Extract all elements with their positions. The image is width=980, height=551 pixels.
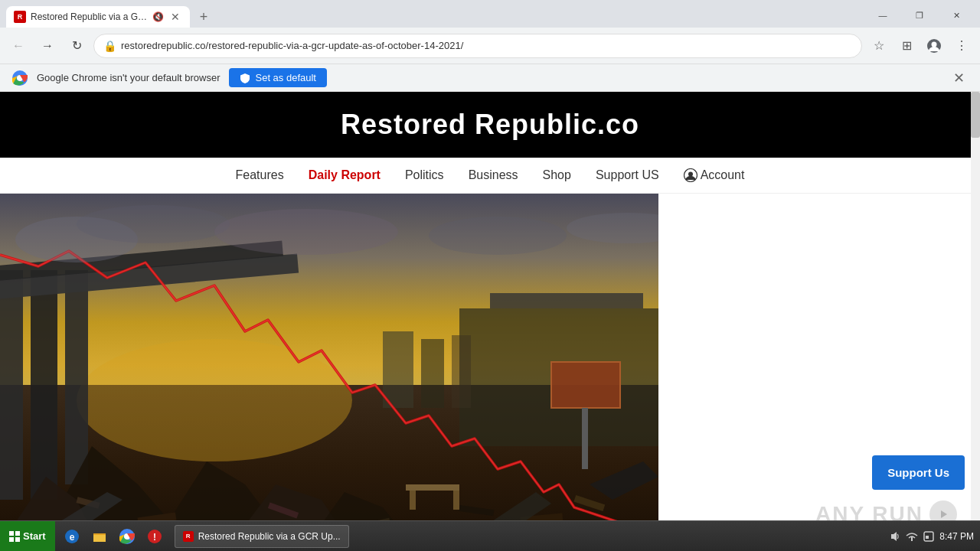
scene-svg <box>0 194 658 520</box>
taskbar-action-center-icon[interactable] <box>923 530 935 543</box>
taskbar-active-app[interactable]: R Restored Republic via a GCR Up... <box>175 525 349 548</box>
taskbar-system-tray: 8:47 PM <box>889 530 980 543</box>
svg-point-1 <box>932 41 937 47</box>
taskbar-ie-icon[interactable]: e <box>60 524 84 549</box>
nav-shop[interactable]: Shop <box>543 168 571 182</box>
svg-rect-27 <box>406 484 459 491</box>
svg-rect-28 <box>410 491 416 510</box>
address-bar: ← → ↻ 🔒 restoredrepublic.co/restored-rep… <box>0 28 980 64</box>
svg-rect-9 <box>0 270 23 500</box>
title-bar: R Restored Republic via a GCR Up... 🔇 ✕ … <box>0 0 980 28</box>
taskbar-chrome-icon[interactable] <box>115 524 139 549</box>
svg-rect-50 <box>15 537 20 542</box>
taskbar-clock[interactable]: 8:47 PM <box>939 531 974 542</box>
tab-close-button[interactable]: ✕ <box>168 10 182 24</box>
taskbar-time-display: 8:47 PM <box>939 531 974 542</box>
profile-button[interactable] <box>922 34 946 58</box>
taskbar-security-icon[interactable]: ! <box>142 524 167 549</box>
nav-politics[interactable]: Politics <box>405 168 444 182</box>
support-us-button[interactable]: Support Us <box>872 455 965 490</box>
ssl-lock-icon: 🔒 <box>103 40 116 52</box>
site-navigation: Features Daily Report Politics Business … <box>0 158 980 194</box>
taskbar: Start e <box>0 520 980 551</box>
new-tab-button[interactable]: + <box>193 6 214 28</box>
notification-close-button[interactable]: ✕ <box>949 69 968 87</box>
main-content <box>0 194 980 520</box>
window-controls: — ❐ ✕ <box>865 6 974 28</box>
svg-rect-49 <box>9 537 14 542</box>
account-icon <box>684 168 697 182</box>
url-text: restoredrepublic.co/restored-republic-vi… <box>121 40 852 51</box>
tab-audio-icon[interactable]: 🔇 <box>152 11 164 22</box>
taskbar-app-title: Restored Republic via a GCR Up... <box>198 531 341 542</box>
site-title: Restored Republic.co <box>0 109 980 141</box>
chrome-logo <box>12 70 28 86</box>
taskbar-app-favicon: R <box>183 531 194 542</box>
notification-bar: Google Chrome isn't your default browser… <box>0 64 980 92</box>
windows-icon <box>9 531 20 542</box>
nav-business[interactable]: Business <box>469 168 518 182</box>
page-scrollbar[interactable] <box>971 92 980 520</box>
refresh-button[interactable]: ↻ <box>64 34 89 58</box>
tab-favicon: R <box>14 11 26 23</box>
svg-rect-18 <box>582 408 588 469</box>
taskbar-speaker-icon[interactable] <box>889 530 901 543</box>
taskbar-quick-launch: e ! <box>55 524 172 549</box>
svg-text:e: e <box>69 532 74 543</box>
taskbar-network-icon[interactable] <box>906 530 918 543</box>
nav-account[interactable]: Account <box>684 168 745 182</box>
set-default-button[interactable]: Set as default <box>229 68 327 87</box>
svg-rect-21 <box>452 335 471 408</box>
nav-daily-report[interactable]: Daily Report <box>309 168 381 182</box>
url-bar[interactable]: 🔒 restoredrepublic.co/restored-republic-… <box>93 34 862 58</box>
scrollbar-thumb[interactable] <box>971 92 980 138</box>
start-label: Start <box>23 530 46 542</box>
svg-point-5 <box>688 172 693 177</box>
svg-point-44 <box>429 217 567 255</box>
svg-rect-47 <box>9 531 14 536</box>
chrome-window: R Restored Republic via a GCR Up... 🔇 ✕ … <box>0 0 980 520</box>
tab-title: Restored Republic via a GCR Up... <box>31 11 148 22</box>
extension-button[interactable]: ⊞ <box>894 34 919 58</box>
browser-tab[interactable]: R Restored Republic via a GCR Up... 🔇 ✕ <box>6 6 190 28</box>
svg-rect-10 <box>31 270 57 500</box>
svg-rect-19 <box>383 331 413 408</box>
notification-text: Google Chrome isn't your default browser <box>37 72 220 83</box>
svg-rect-15 <box>490 293 643 308</box>
chrome-menu-button[interactable]: ⋮ <box>949 34 974 58</box>
svg-text:!: ! <box>153 532 156 543</box>
svg-rect-16 <box>551 362 620 408</box>
nav-support-us[interactable]: Support US <box>596 168 659 182</box>
back-button[interactable]: ← <box>6 34 31 58</box>
nav-account-label: Account <box>701 168 745 182</box>
svg-rect-29 <box>453 491 459 510</box>
page-content: Restored Republic.co Features Daily Repo… <box>0 92 980 520</box>
nav-features[interactable]: Features <box>236 168 284 182</box>
taskbar-folder-icon[interactable] <box>87 524 112 549</box>
hero-image <box>0 194 658 520</box>
close-button[interactable]: ✕ <box>939 6 974 24</box>
forward-button[interactable]: → <box>35 34 60 58</box>
start-button[interactable]: Start <box>0 521 55 551</box>
toolbar-icons: ☆ ⊞ ⋮ <box>867 34 974 58</box>
svg-point-8 <box>77 339 352 461</box>
bookmark-button[interactable]: ☆ <box>867 34 891 58</box>
svg-point-43 <box>214 209 398 255</box>
svg-rect-11 <box>65 270 88 484</box>
svg-point-42 <box>77 205 230 243</box>
svg-rect-58 <box>926 536 929 539</box>
maximize-button[interactable]: ❐ <box>902 6 937 24</box>
shield-icon <box>240 73 250 83</box>
svg-rect-20 <box>421 339 444 408</box>
site-header: Restored Republic.co <box>0 92 980 158</box>
minimize-button[interactable]: — <box>865 6 900 24</box>
svg-rect-48 <box>15 531 20 536</box>
